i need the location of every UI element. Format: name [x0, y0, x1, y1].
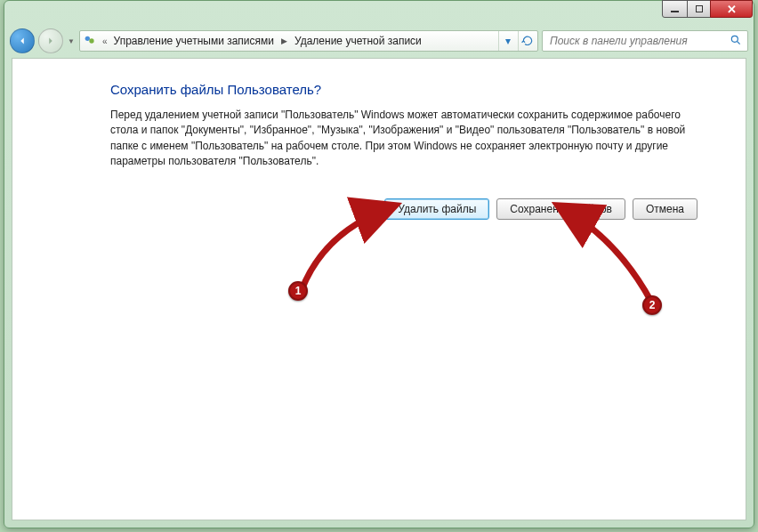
- keep-files-button[interactable]: Сохранение файлов: [496, 198, 625, 220]
- user-accounts-icon: [82, 33, 98, 49]
- search-box[interactable]: [542, 30, 748, 52]
- maximize-button[interactable]: [687, 0, 711, 18]
- page-description: Перед удалением учетной записи "Пользова…: [110, 108, 698, 170]
- search-icon[interactable]: [730, 34, 742, 49]
- address-bar[interactable]: « Управление учетными записями ▶ Удалени…: [79, 30, 538, 52]
- breadcrumb-overflow-icon[interactable]: «: [100, 36, 110, 46]
- breadcrumb-level1[interactable]: Управление учетными записями: [112, 35, 276, 47]
- navigation-bar: ▼ « Управление учетными записями ▶ Удале…: [4, 26, 754, 56]
- breadcrumb-separator-icon[interactable]: ▶: [278, 36, 291, 45]
- dialog-button-row: Удалить файлы Сохранение файлов Отмена: [110, 198, 698, 220]
- annotation-marker-1: 1: [288, 281, 308, 301]
- forward-button[interactable]: [38, 28, 63, 53]
- svg-point-2: [731, 36, 738, 42]
- refresh-button[interactable]: [518, 31, 536, 51]
- svg-point-1: [89, 38, 93, 43]
- titlebar: ✕: [4, 1, 754, 26]
- minimize-button[interactable]: [662, 0, 688, 18]
- control-panel-window: ✕ ▼ « Управление учетными записями ▶ Уда…: [4, 0, 754, 528]
- window-controls: ✕: [663, 0, 753, 18]
- address-dropdown-button[interactable]: ▾: [498, 31, 516, 51]
- svg-line-3: [738, 41, 740, 44]
- page-title: Сохранить файлы Пользователь?: [110, 82, 710, 97]
- content-area: Сохранить файлы Пользователь? Перед удал…: [12, 58, 746, 520]
- svg-point-0: [85, 36, 90, 41]
- breadcrumb-level2[interactable]: Удаление учетной записи: [293, 35, 423, 47]
- cancel-button[interactable]: Отмена: [633, 198, 698, 220]
- nav-history-dropdown[interactable]: ▼: [67, 28, 76, 53]
- delete-files-button[interactable]: Удалить файлы: [384, 198, 489, 220]
- close-button[interactable]: ✕: [710, 0, 753, 18]
- search-input[interactable]: [548, 34, 730, 48]
- annotation-marker-2: 2: [642, 295, 662, 315]
- back-button[interactable]: [10, 28, 35, 53]
